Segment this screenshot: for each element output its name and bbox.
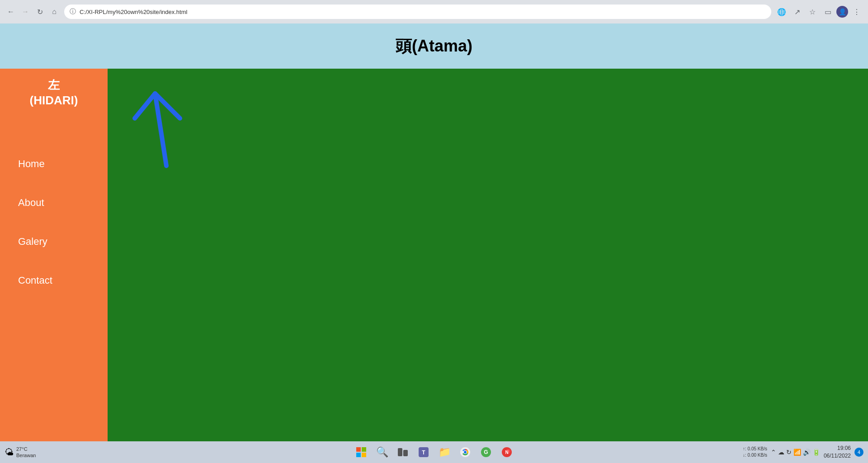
condition: Berawan (16, 452, 36, 458)
time-display: 19:06 (824, 444, 851, 452)
site-header: 頭(Atama) (0, 23, 868, 69)
svg-text:N: N (505, 450, 508, 455)
files-button[interactable]: 📁 (435, 443, 453, 461)
chrome-button[interactable] (456, 443, 474, 461)
clock-area[interactable]: 19:06 06/11/2022 (824, 444, 851, 460)
sidebar-nav: Home About Galery Contact (0, 145, 108, 300)
nav-item-home[interactable]: Home (0, 145, 108, 183)
app2-button[interactable]: G (477, 443, 495, 461)
start-button[interactable] (352, 443, 370, 461)
weather-widget[interactable]: 🌤 27°C Berawan (5, 446, 36, 459)
date-display: 06/11/2022 (824, 452, 851, 460)
nav-buttons: ← → ↻ ⌂ (5, 5, 61, 18)
svg-rect-6 (403, 450, 408, 456)
nav-item-galery[interactable]: Galery (0, 222, 108, 261)
toolbar-icons: 🌐 ↗ ☆ ▭ 👤 ⋮ (775, 5, 863, 19)
taskbar-center: 🔍 T 📁 (352, 443, 516, 461)
network-stats: ↑: 0.05 KB/s ↓: 0.00 KB/s (743, 446, 767, 458)
svg-rect-5 (398, 448, 402, 456)
content-area: 左 (HIDARI) Home About Galery Contact (0, 69, 868, 441)
site-title: 頭(Atama) (396, 35, 472, 57)
task-view-button[interactable] (394, 443, 412, 461)
app3-button[interactable]: N (498, 443, 516, 461)
svg-rect-4 (362, 453, 366, 457)
svg-rect-3 (356, 453, 361, 457)
sync-icon[interactable]: ↻ (786, 449, 792, 456)
taskbar-right: ↑: 0.05 KB/s ↓: 0.00 KB/s ⌃ ☁ ↻ 📶 🔊 🔋 19… (743, 444, 863, 460)
weather-icon: 🌤 (5, 447, 14, 458)
main-content (108, 69, 868, 441)
split-screen-button[interactable]: ▭ (821, 5, 835, 19)
temperature: 27°C (16, 446, 36, 452)
nav-item-about[interactable]: About (0, 183, 108, 222)
upload-speed: ↑: 0.05 KB/s (743, 446, 767, 452)
menu-button[interactable]: ⋮ (850, 5, 863, 19)
browser-chrome: ← → ↻ ⌂ ⓘ C:/XI-RPL/my%20own%20site/inde… (0, 0, 868, 23)
weather-text: 27°C Berawan (16, 446, 36, 459)
home-button[interactable]: ⌂ (48, 5, 61, 18)
forward-button[interactable]: → (19, 5, 32, 18)
sidebar: 左 (HIDARI) Home About Galery Contact (0, 69, 108, 441)
svg-point-11 (464, 451, 467, 454)
svg-rect-2 (362, 447, 366, 452)
system-icons: ⌃ ☁ ↻ 📶 🔊 🔋 (771, 449, 820, 456)
search-button[interactable]: 🔍 (373, 443, 391, 461)
cloud-icon[interactable]: ☁ (778, 449, 784, 456)
notification-badge[interactable]: 4 (854, 448, 863, 457)
sidebar-brand: 左 (HIDARI) (30, 78, 78, 108)
security-icon: ⓘ (70, 8, 76, 16)
expand-icon[interactable]: ⌃ (771, 449, 776, 456)
website-wrapper: 頭(Atama) 左 (HIDARI) Home About Galery Co… (0, 23, 868, 441)
arrow-drawing (130, 82, 198, 173)
teams-button[interactable]: T (415, 443, 433, 461)
wifi-icon[interactable]: 📶 (793, 449, 801, 456)
translate-button[interactable]: 🌐 (775, 5, 788, 19)
url-text: C:/XI-RPL/my%20own%20site/index.html (80, 9, 187, 15)
bookmark-button[interactable]: ☆ (806, 5, 819, 19)
taskbar-left: 🌤 27°C Berawan (5, 446, 39, 459)
share-button[interactable]: ↗ (790, 5, 804, 19)
profile-avatar[interactable]: 👤 (836, 6, 848, 18)
download-speed: ↓: 0.00 KB/s (743, 452, 767, 458)
svg-rect-1 (356, 447, 361, 452)
reload-button[interactable]: ↻ (33, 5, 46, 18)
svg-text:G: G (484, 449, 488, 455)
battery-icon[interactable]: 🔋 (812, 449, 820, 456)
back-button[interactable]: ← (5, 5, 17, 18)
nav-item-contact[interactable]: Contact (0, 261, 108, 300)
taskbar: 🌤 27°C Berawan 🔍 T (0, 441, 868, 463)
volume-icon[interactable]: 🔊 (803, 449, 811, 456)
address-bar[interactable]: ⓘ C:/XI-RPL/my%20own%20site/index.html (64, 5, 771, 19)
svg-text:T: T (422, 449, 425, 456)
